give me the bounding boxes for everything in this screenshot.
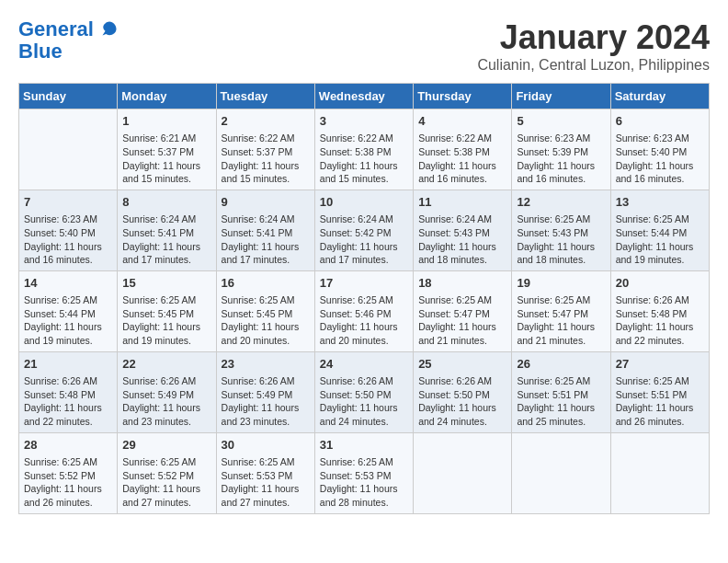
day-info-line: Sunset: 5:51 PM bbox=[616, 388, 704, 402]
calendar-cell: 22Sunrise: 6:26 AMSunset: 5:49 PMDayligh… bbox=[118, 351, 216, 432]
calendar-cell: 19Sunrise: 6:25 AMSunset: 5:47 PMDayligh… bbox=[512, 270, 610, 351]
day-info-line: Sunrise: 6:24 AM bbox=[418, 213, 506, 226]
weekday-header-thursday: Thursday bbox=[414, 84, 512, 109]
calendar-cell: 9Sunrise: 6:24 AMSunset: 5:41 PMDaylight… bbox=[216, 190, 314, 270]
day-number: 11 bbox=[418, 194, 506, 211]
calendar-cell: 23Sunrise: 6:26 AMSunset: 5:49 PMDayligh… bbox=[216, 351, 314, 432]
day-info-line: and 16 minutes. bbox=[418, 172, 506, 186]
calendar-cell: 8Sunrise: 6:24 AMSunset: 5:41 PMDaylight… bbox=[118, 190, 216, 270]
day-info-line: Sunset: 5:47 PM bbox=[418, 307, 506, 321]
weekday-header-sunday: Sunday bbox=[19, 84, 118, 109]
day-info-line: and 15 minutes. bbox=[222, 172, 310, 186]
day-info-line: Daylight: 11 hours bbox=[517, 401, 605, 415]
weekday-header-saturday: Saturday bbox=[610, 84, 709, 109]
calendar-cell bbox=[414, 432, 512, 513]
day-info-line: Sunrise: 6:24 AM bbox=[122, 213, 210, 226]
day-number: 12 bbox=[517, 194, 605, 211]
location-subtitle: Culianin, Central Luzon, Philippines bbox=[477, 57, 710, 74]
calendar-cell: 6Sunrise: 6:23 AMSunset: 5:40 PMDaylight… bbox=[610, 109, 709, 190]
day-info-line: Sunrise: 6:26 AM bbox=[24, 374, 112, 388]
day-number: 2 bbox=[222, 113, 310, 130]
logo-text: General bbox=[18, 18, 118, 40]
day-info-line: and 23 minutes. bbox=[122, 415, 210, 429]
calendar-cell: 26Sunrise: 6:25 AMSunset: 5:51 PMDayligh… bbox=[512, 351, 610, 432]
weekday-header-friday: Friday bbox=[512, 84, 610, 109]
day-number: 30 bbox=[222, 437, 310, 454]
day-number: 5 bbox=[517, 113, 605, 130]
day-info-line: Sunset: 5:41 PM bbox=[122, 226, 210, 240]
calendar-cell: 12Sunrise: 6:25 AMSunset: 5:43 PMDayligh… bbox=[512, 190, 610, 270]
day-number: 4 bbox=[418, 113, 506, 130]
day-number: 6 bbox=[616, 113, 704, 130]
calendar-cell bbox=[512, 432, 610, 513]
day-number: 25 bbox=[418, 356, 506, 373]
day-info-line: and 21 minutes. bbox=[418, 334, 506, 348]
day-info-line: Sunset: 5:46 PM bbox=[320, 307, 408, 321]
day-info-line: Sunrise: 6:24 AM bbox=[320, 213, 408, 226]
day-info-line: Sunset: 5:53 PM bbox=[320, 469, 408, 483]
day-number: 20 bbox=[616, 275, 704, 292]
day-number: 28 bbox=[24, 437, 112, 454]
day-info-line: and 24 minutes. bbox=[418, 415, 506, 429]
day-number: 16 bbox=[222, 275, 310, 292]
day-info-line: Daylight: 11 hours bbox=[517, 240, 605, 254]
day-info-line: and 26 minutes. bbox=[616, 415, 704, 429]
day-info-line: Sunset: 5:38 PM bbox=[418, 145, 506, 159]
day-info-line: Daylight: 11 hours bbox=[24, 482, 112, 496]
day-info-line: Sunrise: 6:25 AM bbox=[222, 455, 310, 469]
day-info-line: and 27 minutes. bbox=[222, 496, 310, 510]
calendar-cell bbox=[610, 432, 709, 513]
calendar-cell: 27Sunrise: 6:25 AMSunset: 5:51 PMDayligh… bbox=[610, 351, 709, 432]
day-info-line: Sunrise: 6:23 AM bbox=[616, 132, 704, 145]
calendar-cell: 20Sunrise: 6:26 AMSunset: 5:48 PMDayligh… bbox=[610, 270, 709, 351]
day-info-line: Daylight: 11 hours bbox=[222, 240, 310, 254]
day-info-line: Sunset: 5:39 PM bbox=[517, 145, 605, 159]
day-info-line: Sunset: 5:50 PM bbox=[320, 388, 408, 402]
day-info-line: Daylight: 11 hours bbox=[320, 320, 408, 334]
day-info-line: Sunset: 5:40 PM bbox=[616, 145, 704, 159]
day-info-line: Sunrise: 6:25 AM bbox=[222, 293, 310, 307]
day-number: 23 bbox=[222, 356, 310, 373]
day-info-line: Sunset: 5:40 PM bbox=[24, 226, 112, 240]
day-info-line: and 16 minutes. bbox=[517, 172, 605, 186]
day-info-line: Sunrise: 6:23 AM bbox=[517, 132, 605, 145]
day-info-line: and 15 minutes. bbox=[320, 172, 408, 186]
day-info-line: and 21 minutes. bbox=[517, 334, 605, 348]
day-info-line: Sunrise: 6:26 AM bbox=[320, 374, 408, 388]
day-info-line: Sunset: 5:49 PM bbox=[222, 388, 310, 402]
day-info-line: Sunrise: 6:22 AM bbox=[320, 132, 408, 145]
page-header: General Blue January 2024 Culianin, Cent… bbox=[18, 18, 710, 74]
day-number: 10 bbox=[320, 194, 408, 211]
day-number: 17 bbox=[320, 275, 408, 292]
day-info-line: Sunset: 5:47 PM bbox=[517, 307, 605, 321]
day-info-line: Daylight: 11 hours bbox=[616, 159, 704, 173]
day-info-line: Sunset: 5:41 PM bbox=[222, 226, 310, 240]
day-info-line: Sunrise: 6:25 AM bbox=[122, 455, 210, 469]
day-info-line: Daylight: 11 hours bbox=[320, 159, 408, 173]
day-info-line: and 17 minutes. bbox=[122, 253, 210, 267]
day-info-line: Daylight: 11 hours bbox=[517, 320, 605, 334]
calendar-cell: 17Sunrise: 6:25 AMSunset: 5:46 PMDayligh… bbox=[314, 270, 413, 351]
calendar-table: SundayMondayTuesdayWednesdayThursdayFrid… bbox=[18, 83, 710, 514]
day-info-line: and 19 minutes. bbox=[616, 253, 704, 267]
logo-blue: Blue bbox=[18, 40, 118, 63]
day-info-line: and 17 minutes. bbox=[320, 253, 408, 267]
calendar-cell bbox=[19, 109, 118, 190]
day-info-line: Daylight: 11 hours bbox=[122, 401, 210, 415]
day-info-line: Sunrise: 6:25 AM bbox=[320, 455, 408, 469]
logo: General Blue bbox=[18, 18, 118, 63]
calendar-cell: 1Sunrise: 6:21 AMSunset: 5:37 PMDaylight… bbox=[118, 109, 216, 190]
day-info-line: Sunrise: 6:25 AM bbox=[517, 293, 605, 307]
calendar-header-row: SundayMondayTuesdayWednesdayThursdayFrid… bbox=[19, 84, 710, 109]
day-info-line: and 18 minutes. bbox=[418, 253, 506, 267]
day-info-line: and 20 minutes. bbox=[222, 334, 310, 348]
day-number: 15 bbox=[122, 275, 210, 292]
day-info-line: Sunset: 5:37 PM bbox=[222, 145, 310, 159]
calendar-week-row: 21Sunrise: 6:26 AMSunset: 5:48 PMDayligh… bbox=[19, 351, 710, 432]
day-number: 24 bbox=[320, 356, 408, 373]
day-info-line: Sunrise: 6:26 AM bbox=[418, 374, 506, 388]
day-info-line: Daylight: 11 hours bbox=[122, 240, 210, 254]
day-info-line: Sunrise: 6:23 AM bbox=[24, 213, 112, 226]
day-info-line: Sunrise: 6:25 AM bbox=[616, 213, 704, 226]
day-info-line: Sunset: 5:51 PM bbox=[517, 388, 605, 402]
